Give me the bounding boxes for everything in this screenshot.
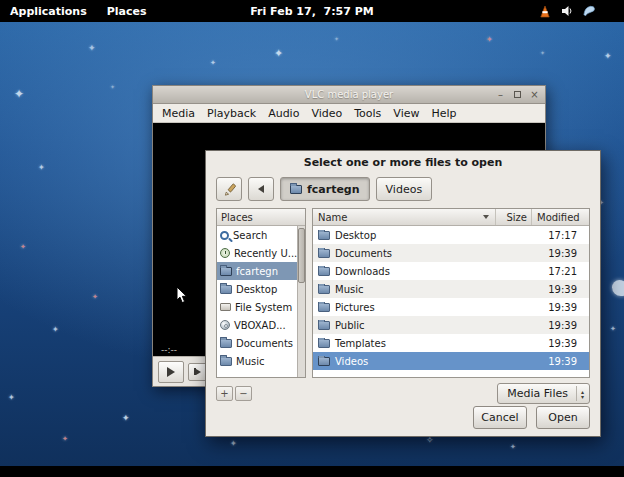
window-controls: – × — [494, 88, 541, 101]
place-search[interactable]: Search — [217, 226, 298, 244]
column-name[interactable]: Name — [313, 209, 495, 225]
place-home[interactable]: fcartegn — [217, 262, 298, 280]
vlc-window-title: VLC media player — [153, 89, 545, 100]
dialog-toolbar: fcartegn Videos — [206, 171, 600, 208]
close-icon[interactable]: × — [528, 88, 541, 101]
places-header[interactable]: Places — [217, 209, 305, 226]
folder-icon — [220, 285, 232, 294]
file-row-documents[interactable]: Documents 19:39 — [313, 244, 589, 262]
star: ✦ — [122, 414, 130, 423]
wallpaper-decoration — [612, 280, 624, 296]
breadcrumb-videos[interactable]: Videos — [376, 177, 433, 201]
file-modified: 19:39 — [531, 302, 589, 313]
back-button[interactable] — [248, 177, 274, 201]
places-menu[interactable]: Places — [97, 0, 157, 22]
star: ✧ — [426, 436, 434, 445]
volume-icon[interactable] — [560, 4, 574, 18]
star: ✦ — [20, 244, 26, 251]
folder-icon — [318, 267, 330, 276]
column-modified[interactable]: Modified — [531, 209, 589, 225]
file-row-pictures[interactable]: Pictures 19:39 — [313, 298, 589, 316]
type-location-button[interactable] — [216, 177, 242, 201]
file-name: Music — [335, 284, 363, 295]
maximize-icon[interactable] — [511, 88, 524, 101]
folder-icon — [318, 339, 330, 348]
dialog-title: Select one or more files to open — [206, 151, 600, 171]
clock[interactable]: Fri Feb 17, 7:57 PM — [250, 5, 373, 18]
file-list-pane: Name Size Modified Desktop 17:17 Documen… — [312, 208, 590, 378]
place-label: Documents — [236, 338, 293, 349]
file-row-downloads[interactable]: Downloads 17:21 — [313, 262, 589, 280]
file-row-videos[interactable]: Videos 19:39 — [313, 352, 589, 370]
star: ✦ — [38, 164, 45, 172]
panel-app-icon[interactable] — [582, 4, 596, 18]
file-modified: 17:17 — [531, 230, 589, 241]
file-modified: 19:39 — [531, 284, 589, 295]
vlc-menubar: Media Playback Audio Video Tools View He… — [153, 104, 545, 123]
star: ✦ — [92, 294, 98, 301]
place-documents[interactable]: Documents — [217, 334, 298, 352]
place-recently-used[interactable]: Recently U... — [217, 244, 298, 262]
vlc-titlebar[interactable]: VLC media player – × — [153, 86, 545, 104]
star: ✦ — [210, 60, 216, 67]
file-open-dialog: Select one or more files to open fcarteg… — [205, 150, 601, 437]
filter-value: Media Files — [507, 387, 568, 400]
pencil-icon — [223, 183, 236, 196]
place-label: fcartegn — [236, 266, 278, 277]
star: ✦ — [62, 436, 68, 443]
maximize-glyph — [514, 91, 521, 98]
menu-help[interactable]: Help — [425, 104, 462, 122]
open-button[interactable]: Open — [536, 406, 590, 429]
dialog-actions: Cancel Open — [206, 406, 600, 437]
place-file-system[interactable]: File System — [217, 298, 298, 316]
dialog-body: Places Search Recently U... fcartegn Des… — [206, 208, 600, 378]
folder-icon — [318, 357, 330, 366]
menu-video[interactable]: Video — [305, 104, 348, 122]
remove-bookmark-button[interactable]: − — [235, 386, 252, 401]
place-vbox[interactable]: VBOXAD... — [217, 316, 298, 334]
menu-view[interactable]: View — [387, 104, 425, 122]
menu-tools[interactable]: Tools — [348, 104, 387, 122]
drive-icon — [220, 303, 231, 311]
column-name-label: Name — [318, 212, 348, 223]
applications-menu[interactable]: Applications — [0, 0, 97, 22]
cancel-button[interactable]: Cancel — [473, 406, 527, 429]
place-desktop[interactable]: Desktop — [217, 280, 298, 298]
breadcrumb-home-label: fcartegn — [307, 183, 360, 196]
dialog-footer: + − Media Files ▴ ▾ — [206, 378, 600, 406]
places-scrollbar-thumb[interactable] — [298, 228, 305, 283]
search-icon — [220, 231, 229, 240]
file-row-desktop[interactable]: Desktop 17:17 — [313, 226, 589, 244]
column-size[interactable]: Size — [495, 209, 531, 225]
play-button[interactable] — [158, 361, 184, 383]
clock-icon — [220, 248, 230, 258]
star: ✦ — [14, 88, 24, 100]
home-folder-icon — [220, 267, 232, 276]
add-bookmark-button[interactable]: + — [216, 386, 233, 401]
file-name: Templates — [335, 338, 386, 349]
file-type-filter[interactable]: Media Files ▴ ▾ — [497, 383, 590, 404]
menu-playback[interactable]: Playback — [201, 104, 262, 122]
bottom-panel[interactable] — [0, 466, 624, 477]
breadcrumb-home[interactable]: fcartegn — [280, 177, 370, 201]
file-modified: 19:39 — [531, 356, 589, 367]
screen: ✦ ✦ ✦ ✦ ✦ ✦ ✦ ✦ ✦ ✦ ✦ ✦ ✦ ✦ ✦ ✦ ✦ ✦ ✦ ✦ … — [0, 0, 624, 477]
places-scrollbar[interactable] — [297, 226, 305, 377]
place-label: Desktop — [236, 284, 277, 295]
file-row-public[interactable]: Public 19:39 — [313, 316, 589, 334]
place-music[interactable]: Music — [217, 352, 298, 370]
file-row-music[interactable]: Music 19:39 — [313, 280, 589, 298]
previous-icon-tri — [196, 369, 201, 375]
file-row-templates[interactable]: Templates 19:39 — [313, 334, 589, 352]
menu-audio[interactable]: Audio — [262, 104, 305, 122]
menu-media[interactable]: Media — [156, 104, 201, 122]
file-name: Downloads — [335, 266, 390, 277]
sort-descending-icon — [483, 215, 489, 219]
file-modified: 19:39 — [531, 320, 589, 331]
minimize-icon[interactable]: – — [494, 88, 507, 101]
vlc-cone-icon[interactable] — [538, 4, 552, 18]
back-icon — [258, 185, 264, 193]
file-name: Public — [335, 320, 365, 331]
place-label: File System — [235, 302, 292, 313]
file-modified: 17:21 — [531, 266, 589, 277]
